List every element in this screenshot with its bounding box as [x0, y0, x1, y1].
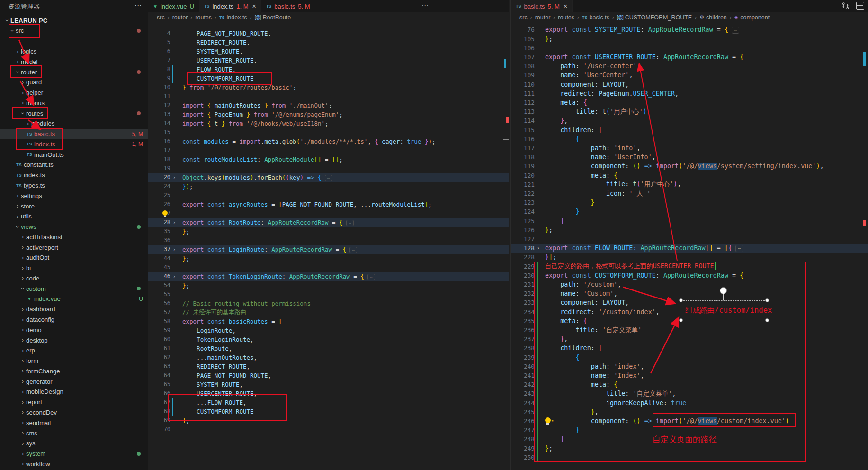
- code-line-239[interactable]: 239 {: [511, 353, 868, 362]
- tree-item-bi[interactable]: ›bi: [0, 263, 148, 273]
- code-line-114[interactable]: 114 },: [511, 116, 868, 125]
- tree-item-guard[interactable]: ›guard: [0, 77, 148, 88]
- tree-item-code[interactable]: ›code: [0, 273, 148, 283]
- tree-item-src[interactable]: ›src: [0, 26, 148, 36]
- fold-chevron-icon[interactable]: ›: [535, 245, 542, 251]
- code-area-middle[interactable]: 4 PAGE_NOT_FOUND_ROUTE,5 REDIRECT_ROUTE,…: [148, 22, 509, 470]
- code-line-63[interactable]: 63 REDIRECT_ROUTE,: [148, 362, 509, 371]
- tree-item-store[interactable]: ›store: [0, 201, 148, 211]
- code-line-4[interactable]: 4 PAGE_NOT_FOUND_ROUTE,: [148, 29, 509, 38]
- breadcrumb-item-routes[interactable]: routes: [195, 14, 212, 21]
- code-line-15[interactable]: 15: [148, 128, 509, 137]
- code-line-16[interactable]: 16const modules = import.meta.glob('./mo…: [148, 137, 509, 146]
- tab-index.vue[interactable]: ▼index.vueU: [148, 0, 199, 12]
- code-line-54[interactable]: 54};: [148, 281, 509, 290]
- code-line-120[interactable]: 120 meta: {: [511, 171, 868, 180]
- code-line-108[interactable]: 108 path: '/user-center',: [511, 62, 868, 71]
- compare-changes-icon[interactable]: [841, 2, 850, 10]
- code-line-242[interactable]: 242 meta: {: [511, 380, 868, 389]
- code-line-5[interactable]: 5 REDIRECT_ROUTE,: [148, 38, 509, 47]
- breadcrumb-item-src[interactable]: src: [157, 14, 165, 21]
- tree-item-sys[interactable]: ›sys: [0, 438, 148, 449]
- tree-item-workflow[interactable]: ›workflow: [0, 459, 148, 469]
- tab-basic.ts[interactable]: TSbasic.ts5, M×: [511, 0, 573, 12]
- fold-chevron-icon[interactable]: ›: [170, 174, 178, 181]
- code-line-248[interactable]: 248 ]: [511, 434, 868, 443]
- code-line-25[interactable]: 25: [148, 191, 509, 200]
- code-line-229[interactable]: 229自己定义的路由，格式可以参考上面的USERCENTER_ROUTE: [511, 262, 868, 271]
- tree-item-types.ts[interactable]: TStypes.ts: [0, 181, 148, 191]
- code-line-24[interactable]: 24});: [148, 182, 509, 191]
- lightbulb-icon[interactable]: ★: [545, 417, 551, 423]
- editor-more-actions-icon[interactable]: ⋯: [421, 1, 429, 10]
- tree-item-views[interactable]: ›views: [0, 222, 148, 232]
- tree-item-desktop[interactable]: ›desktop: [0, 335, 148, 345]
- annotation-textbox[interactable]: 组成路由/custom/index: [681, 300, 767, 320]
- tree-item-erp[interactable]: ›erp: [0, 345, 148, 356]
- split-editor-icon[interactable]: [856, 2, 864, 10]
- code-line-128[interactable]: 128›export const FLOW_ROUTE: AppRouteRec…: [511, 244, 868, 253]
- breadcrumb-item-basic.ts[interactable]: TSbasic.ts: [582, 14, 609, 21]
- code-line-126[interactable]: 126};: [511, 226, 868, 235]
- code-line-26[interactable]: 26export const asyncRoutes = [PAGE_NOT_F…: [148, 200, 509, 209]
- code-line-37[interactable]: 37›export const LoginRoute: AppRouteReco…: [148, 245, 509, 254]
- code-line-122[interactable]: 122 icon: ' 人 ': [511, 189, 868, 198]
- code-line-69[interactable]: 69];: [148, 416, 509, 425]
- code-line-245[interactable]: 245 },: [511, 407, 868, 416]
- code-line-67[interactable]: 67 ...FLOW_ROUTE,: [148, 398, 509, 407]
- code-line-64[interactable]: 64 PAGE_NOT_FOUND_ROUTE,: [148, 371, 509, 380]
- tree-item-secondDev[interactable]: ›secondDev: [0, 407, 148, 417]
- code-line-123[interactable]: 123 }: [511, 198, 868, 207]
- code-line-107[interactable]: 107export const USERCENTER_ROUTE: AppRou…: [511, 53, 868, 62]
- tree-item-model[interactable]: ›model: [0, 56, 148, 67]
- code-line-117[interactable]: 117 path: 'info',: [511, 144, 868, 153]
- tree-item-constant.ts[interactable]: TSconstant.ts: [0, 160, 148, 170]
- code-line-36[interactable]: 36: [148, 236, 509, 245]
- textbox-handle-br[interactable]: [765, 318, 769, 322]
- code-line-118[interactable]: 118 name: 'UserInfo',: [511, 153, 868, 162]
- code-line-10[interactable]: 10} from '/@/router/routes/basic';: [148, 83, 509, 92]
- code-area-right[interactable]: 76export const SYSTEM_ROUTE: AppRouteRec…: [511, 22, 868, 470]
- tree-item-settings[interactable]: ›settings: [0, 190, 148, 201]
- code-line-12[interactable]: 12import { mainOutRoutes } from './mainO…: [148, 101, 509, 110]
- breadcrumb-item-RootRoute[interactable]: [@]RootRoute: [255, 14, 291, 21]
- breadcrumb-item-router[interactable]: router: [535, 14, 551, 21]
- textbox-handle-tl[interactable]: [679, 298, 683, 302]
- tab-basic.ts[interactable]: TSbasic.ts5, M: [261, 0, 315, 12]
- tab-index.ts[interactable]: TSindex.ts1, M×: [199, 0, 261, 12]
- breadcrumb-item-index.ts[interactable]: TSindex.ts: [219, 14, 247, 21]
- code-line-121[interactable]: 121 title: t('用户中心'),: [511, 180, 868, 189]
- code-line-55[interactable]: 55: [148, 290, 509, 299]
- code-line-109[interactable]: 109 name: 'UserCenter',: [511, 71, 868, 80]
- code-line-57[interactable]: 57// 未经许可的基本路由: [148, 308, 509, 317]
- tree-item-generator[interactable]: ›generator: [0, 376, 148, 387]
- tree-item-auditOpt[interactable]: ›auditOpt: [0, 253, 148, 263]
- tree-item-routes[interactable]: ›routes: [0, 108, 148, 118]
- code-line-65[interactable]: 65 SYSTEM_ROUTE,: [148, 380, 509, 389]
- tree-item-index.vue[interactable]: ▼index.vueU: [0, 294, 148, 304]
- fold-chevron-icon[interactable]: ›: [170, 273, 178, 280]
- code-line-119[interactable]: 119 component: () => import('/@/views/sy…: [511, 162, 868, 171]
- breadcrumb-item-CUSTOMFORM_ROUTE[interactable]: [@]CUSTOMFORM_ROUTE: [617, 14, 692, 21]
- code-line-250[interactable]: 250: [511, 453, 868, 462]
- tree-item-utils[interactable]: ›utils: [0, 211, 148, 222]
- code-line-105[interactable]: 105};: [511, 35, 868, 44]
- tree-item-modules[interactable]: ›modules: [0, 118, 148, 129]
- code-line-14[interactable]: 14import { t } from '/@/hooks/web/useI18…: [148, 119, 509, 128]
- code-line-236[interactable]: 236 title: '自定义菜单': [511, 325, 868, 334]
- code-line-116[interactable]: 116 {: [511, 135, 868, 144]
- tree-item-sms[interactable]: ›sms: [0, 428, 148, 438]
- code-line-106[interactable]: 106: [511, 44, 868, 53]
- code-line-66[interactable]: 66 USERCENTER_ROUTE,: [148, 389, 509, 398]
- close-icon[interactable]: ×: [564, 2, 567, 10]
- lightbulb-icon[interactable]: [162, 210, 168, 216]
- tree-item-index.ts[interactable]: TSindex.ts: [0, 170, 148, 181]
- code-line-20[interactable]: 20›Object.keys(modules).forEach((key) =>…: [148, 173, 509, 182]
- tree-item-hidden[interactable]: [0, 36, 148, 46]
- code-line-62[interactable]: 62 ...mainOutRoutes,: [148, 353, 509, 362]
- code-line-58[interactable]: 58export const basicRoutes = [: [148, 317, 509, 326]
- code-line-127[interactable]: 127: [511, 235, 868, 244]
- breadcrumb-item-children[interactable]: ⚙children: [699, 14, 727, 21]
- code-line-60[interactable]: 60 TokenLoginRoute,: [148, 335, 509, 344]
- code-line-228[interactable]: 228}];: [511, 253, 868, 262]
